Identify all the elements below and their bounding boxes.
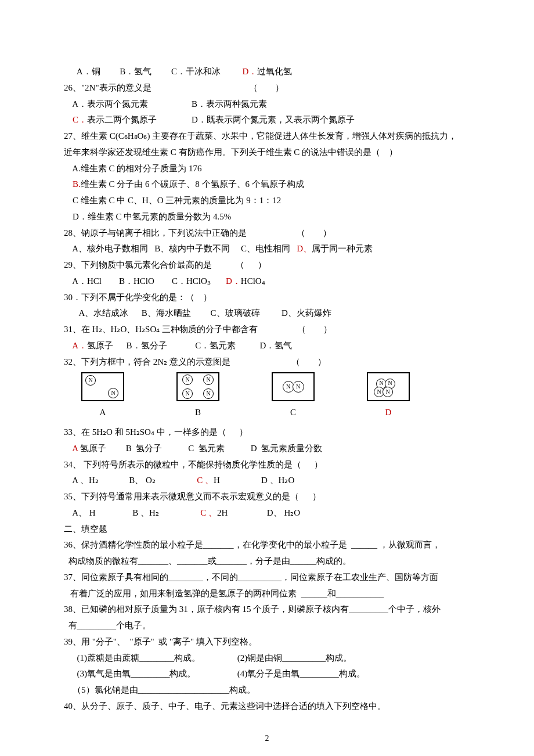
q37-line1: 37、同位素原子具有相同的________，不同的__________，同位素原… [64,570,470,586]
q31-optB: B．氢分子 [127,341,167,350]
q30-options: A、水结成冰 B、海水晒盐 C、玻璃破碎 D、火药爆炸 [64,305,470,322]
q25-options: A．铜 B．氢气 C．干冰和冰 D．过氧化氢 [64,64,470,80]
q39-stem: 39、用 "分子"、 "原子" 或 "离子" 填入下列空格。 [64,634,470,650]
q35-optC-text: 2H [217,508,228,517]
q32-boxD: NN NN [367,372,410,401]
q32-paren: （ ） [291,357,326,366]
q33-optA-text: 氢原子 [78,444,106,453]
q31-options: A．氢原子 B．氢分子 C．氢元素 D．氢气 [64,338,470,354]
q26-paren: （ ） [249,83,284,92]
q32-labelB: B [195,405,201,421]
q26-row1: A．表示两个氮元素 B．表示两种氮元素 [64,96,470,113]
q29-paren: （ ） [236,260,266,269]
q32-stem: 32、下列方框中，符合 2N₂ 意义的示意图是 （ ） [64,354,470,370]
q31-stem: 31、在 H₂、H₂O、H₂SO₄ 三种物质的分子中都含有 （ ） [64,322,470,338]
q35-optC-label: C 、 [200,508,217,517]
q27-optB-text: 维生素 C 分子由 6 个碳原子、8 个氢原子、6 个氧原子构成 [81,179,304,189]
atom-icon: N [203,375,214,385]
q34-optA: A 、H₂ [72,476,99,485]
q34-optB: B、 O₂ [129,476,156,485]
section2-header: 二、填空题 [64,521,470,538]
q26-row2: C．表示二两个氮原子 D．既表示两个氮元素，又表示两个氮原子 [64,112,470,128]
q33-optD: D 氢元素质量分数 [251,444,322,453]
q35-optA: A、 H [72,508,95,517]
q30-optB: B、海水晒盐 [142,308,191,318]
q26-stem: 26、"2N"表示的意义是 （ ） [64,80,470,96]
q27-optC-text: C 维生素 C 中 C、H、O 三种元素的质量比为 9：1：12 [73,196,281,205]
q38-line1: 38、已知磷的相对原子质量为 31，原子核内有 15 个质子，则磷原子核内有__… [64,602,470,618]
q34-optC-label: C 、 [197,476,214,485]
optB-label: B． [120,67,134,76]
q39-s4: (4)氧分子是由氧_________构成。 [237,669,365,678]
q31-optD: D．氢气 [260,341,293,350]
q29-optD-text: HClO₄ [241,276,265,286]
q31-optA-text: 氢原子 [87,341,113,350]
q32-labelD: D [385,405,392,421]
q32-boxB: N N N N [176,372,219,401]
q32-diagrams: N N A N N N N B NN C NN NN D [81,372,470,421]
q33-options: A 氢原子 B 氢分子 C 氢元素 D 氢元素质量分数 [64,441,470,457]
q33-optC: C 氢元素 [188,444,225,453]
q29-optC: C．HClO₃ [172,276,211,286]
q29-optA: A．HCl [72,276,102,286]
q27-optD-text: D．维生素 C 中氢元素的质量分数为 4.5% [73,212,231,221]
q32-optB-col: N N N N B [176,372,219,421]
atom-icon: N [383,387,393,397]
q39-s3: (3)氧气是由氧_________构成。 [77,669,196,678]
q26-optC-text: 表示二两个氮原子 [87,115,157,124]
q34-optC-text: H [214,476,220,485]
q26-optA: A．表示两个氮元素 [72,99,148,109]
optA-label: A． [77,67,92,76]
q38-line2: 有_________个电子。 [64,618,470,634]
q29-optB: B．HClO [119,276,154,286]
optC-text: 干冰和冰 [186,67,221,76]
q28-optA: A、核外电子数相同 [72,244,148,253]
q27-optA: A.维生素 C 的相对分子质量为 176 [64,161,470,177]
q28-optD-text: 属于同一种元素 [312,244,373,253]
q29-stem: 29、下列物质中氯元素化合价最高的是 （ ） [64,257,470,273]
q35-stem: 35、下列符号通常用来表示微观意义而不表示宏观意义的是（ ） [64,489,470,505]
q27-optD: D．维生素 C 中氢元素的质量分数为 4.5% [64,209,470,225]
q28-stem-text: 28、钠原子与钠离子相比，下列说法中正确的是 [64,228,247,237]
q31-optA-label: A． [72,341,87,350]
q40-stem: 40、从分子、原子、质子、中子、电子、元素这些词中选择合适的填入下列空格中。 [64,699,470,715]
q33-stem: 33、在 5H₂O 和 5H₂SO₄ 中，一样多的是（ ） [64,424,470,441]
q27-optB-label: B. [73,179,81,189]
q34-stem: 34、 下列符号所表示的微粒中，不能保持物质化学性质的是（ ） [64,457,470,473]
q36-line2: 构成物质的微粒有_______、_______或_______，分子是由____… [64,553,470,570]
q31-stem-text: 31、在 H₂、H₂O、H₂SO₄ 三种物质的分子中都含有 [64,325,258,334]
optB-text: 氢气 [134,67,151,76]
q39-s2: (2)铜是由铜__________构成。 [237,653,352,663]
q28-options: A、核外电子数相同 B、核内中子数不同 C、电性相同 D、属于同一种元素 [64,241,470,257]
atom-icon: N [108,388,118,398]
q27-line1: 27、维生素 C(C₆H₈O₆) 主要存在于蔬菜、水果中，它能促进人体生长发育，… [64,128,470,145]
atom-icon: N [182,375,193,385]
q26-optB: B．表示两种氮元素 [192,99,267,109]
q34-options: A 、H₂ B、 O₂ C 、H D 、H₂O [64,473,470,489]
q32-boxC: NN [272,372,315,401]
q39-row1: (1)蔗糖是由蔗糖________构成。 (2)铜是由铜__________构成… [64,650,470,667]
q36-line1: 36、保持酒精化学性质的最小粒子是_______，在化学变化中的最小粒子是 __… [64,537,470,553]
q30-stem: 30．下列不属于化学变化的是：（ ） [64,290,470,306]
atom-icon: N [85,375,96,386]
q32-stem-text: 32、下列方框中，符合 2N₂ 意义的示意图是 [64,357,230,366]
q30-optC: C、玻璃破碎 [211,308,260,318]
q39-row3: （5）氯化钠是由_____________________构成。 [64,682,470,699]
q26-stem-text: 26、"2N"表示的意义是 [64,83,151,92]
q26-optD: D．既表示两个氮元素，又表示两个氮原子 [192,115,355,124]
q35-options: A、 H B 、H₂ C 、2H D、 H₂O [64,505,470,521]
page-number: 2 [64,731,470,746]
q32-optD-col: NN NN D [367,372,410,421]
atom-icon: N [203,388,214,399]
q32-optA-col: N N A [81,372,124,421]
q33-optA-label: A [72,444,78,453]
q39-s5: （5）氯化钠是由_____________________构成。 [73,685,255,694]
q28-paren: （ ） [297,228,331,237]
atom-icon: N [182,388,193,399]
q35-optB: B 、H₂ [132,508,159,517]
q29-stem-text: 29、下列物质中氯元素化合价最高的是 [64,260,212,269]
q28-optB: B、核内中子数不同 [154,244,230,253]
q32-labelA: A [100,405,106,421]
optC-label: C． [171,67,186,76]
optA-text: 铜 [92,67,100,76]
